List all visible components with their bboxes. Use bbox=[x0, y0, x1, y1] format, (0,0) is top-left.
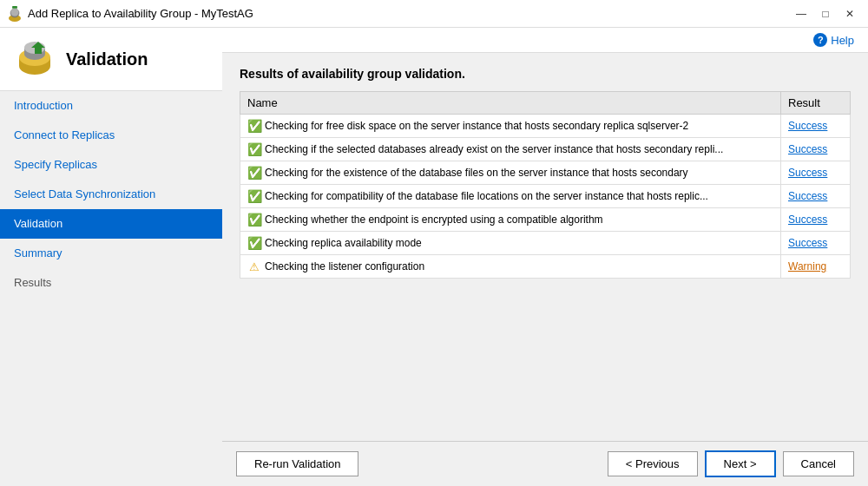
nav-item-summary[interactable]: Summary bbox=[0, 239, 222, 268]
success-icon: ✅ bbox=[247, 166, 261, 180]
nav-item-select-data-sync[interactable]: Select Data Synchronization bbox=[0, 180, 222, 209]
results-title: Results of availability group validation… bbox=[240, 67, 851, 81]
table-row: ✅Checking whether the endpoint is encryp… bbox=[240, 208, 851, 232]
page-content: Results of availability group validation… bbox=[222, 53, 868, 441]
validation-check-name: ✅Checking for free disk space on the ser… bbox=[240, 115, 781, 138]
nav-item-validation[interactable]: Validation bbox=[0, 209, 222, 239]
minimize-button[interactable]: — bbox=[790, 4, 812, 23]
previous-button[interactable]: < Previous bbox=[608, 451, 698, 476]
check-name-text: Checking if the selected databases alrea… bbox=[265, 143, 723, 155]
success-icon: ✅ bbox=[247, 213, 261, 227]
table-row: ✅Checking replica availability modeSucce… bbox=[240, 232, 851, 255]
validation-result[interactable]: Success bbox=[781, 232, 851, 255]
result-link[interactable]: Warning bbox=[788, 260, 826, 273]
rerun-validation-button[interactable]: Re-run Validation bbox=[236, 451, 358, 476]
validation-check-name: ✅Checking for compatibility of the datab… bbox=[240, 185, 781, 208]
top-bar: ? Help bbox=[222, 28, 868, 53]
next-button[interactable]: Next > bbox=[705, 450, 776, 477]
nav-item-results: Results bbox=[0, 268, 222, 298]
result-link[interactable]: Success bbox=[788, 167, 827, 179]
nav-item-introduction[interactable]: Introduction bbox=[0, 91, 222, 121]
result-link[interactable]: Success bbox=[788, 213, 827, 226]
validation-check-name: ✅Checking replica availability mode bbox=[240, 232, 781, 255]
window-title: Add Replica to Availability Group - MyTe… bbox=[28, 7, 790, 20]
bottom-bar: Re-run Validation < Previous Next > Canc… bbox=[222, 441, 868, 486]
table-row: ✅Checking for free disk space on the ser… bbox=[240, 115, 851, 138]
success-icon: ✅ bbox=[247, 236, 261, 250]
validation-check-name: ✅Checking if the selected databases alre… bbox=[240, 138, 781, 161]
check-name-text: Checking for compatibility of the databa… bbox=[265, 190, 708, 202]
validation-result[interactable]: Success bbox=[781, 185, 851, 208]
table-row: ✅Checking if the selected databases alre… bbox=[240, 138, 851, 161]
help-icon: ? bbox=[813, 33, 827, 47]
result-link[interactable]: Success bbox=[788, 237, 827, 249]
validation-check-name: ⚠Checking the listener configuration bbox=[240, 255, 781, 279]
validation-result[interactable]: Warning bbox=[781, 255, 851, 279]
check-name-text: Checking for the existence of the databa… bbox=[265, 167, 688, 179]
app-icon bbox=[7, 6, 23, 22]
header-icon bbox=[14, 38, 56, 80]
validation-check-name: ✅Checking for the existence of the datab… bbox=[240, 161, 781, 185]
check-name-text: Checking for free disk space on the serv… bbox=[265, 120, 688, 132]
result-link[interactable]: Success bbox=[788, 143, 827, 155]
result-link[interactable]: Success bbox=[788, 120, 827, 132]
svg-rect-4 bbox=[12, 6, 17, 8]
page-title: Validation bbox=[66, 49, 148, 69]
validation-check-name: ✅Checking whether the endpoint is encryp… bbox=[240, 208, 781, 232]
validation-result[interactable]: Success bbox=[781, 138, 851, 161]
window-controls: — □ ✕ bbox=[790, 4, 861, 23]
cancel-button[interactable]: Cancel bbox=[783, 451, 854, 476]
success-icon: ✅ bbox=[247, 142, 261, 156]
nav-item-specify-replicas[interactable]: Specify Replicas bbox=[0, 150, 222, 180]
col-name-header: Name bbox=[240, 92, 781, 115]
close-button[interactable]: ✕ bbox=[838, 4, 861, 23]
page-header: Validation bbox=[0, 28, 222, 91]
warning-icon: ⚠ bbox=[247, 259, 261, 273]
table-row: ✅Checking for the existence of the datab… bbox=[240, 161, 851, 185]
nav-panel: Introduction Connect to Replicas Specify… bbox=[0, 91, 222, 298]
table-row: ✅Checking for compatibility of the datab… bbox=[240, 185, 851, 208]
success-icon: ✅ bbox=[247, 189, 261, 203]
result-link[interactable]: Success bbox=[788, 190, 827, 202]
main-content: ? Help Results of availability group val… bbox=[222, 28, 868, 486]
validation-result[interactable]: Success bbox=[781, 161, 851, 185]
title-bar: Add Replica to Availability Group - MyTe… bbox=[0, 0, 868, 28]
validation-result[interactable]: Success bbox=[781, 115, 851, 138]
window: Add Replica to Availability Group - MyTe… bbox=[0, 0, 868, 486]
help-link[interactable]: ? Help bbox=[813, 33, 854, 47]
nav-item-connect-replicas[interactable]: Connect to Replicas bbox=[0, 121, 222, 150]
check-name-text: Checking whether the endpoint is encrypt… bbox=[265, 213, 603, 226]
validation-table: Name Result ✅Checking for free disk spac… bbox=[240, 91, 851, 279]
check-name-text: Checking replica availability mode bbox=[265, 237, 422, 249]
table-row: ⚠Checking the listener configurationWarn… bbox=[240, 255, 851, 279]
maximize-button[interactable]: □ bbox=[814, 4, 837, 23]
success-icon: ✅ bbox=[247, 119, 261, 133]
check-name-text: Checking the listener configuration bbox=[265, 260, 424, 273]
validation-result[interactable]: Success bbox=[781, 208, 851, 232]
body-area: Validation Introduction Connect to Repli… bbox=[0, 28, 868, 486]
col-result-header: Result bbox=[781, 92, 851, 115]
left-column: Validation Introduction Connect to Repli… bbox=[0, 28, 222, 486]
